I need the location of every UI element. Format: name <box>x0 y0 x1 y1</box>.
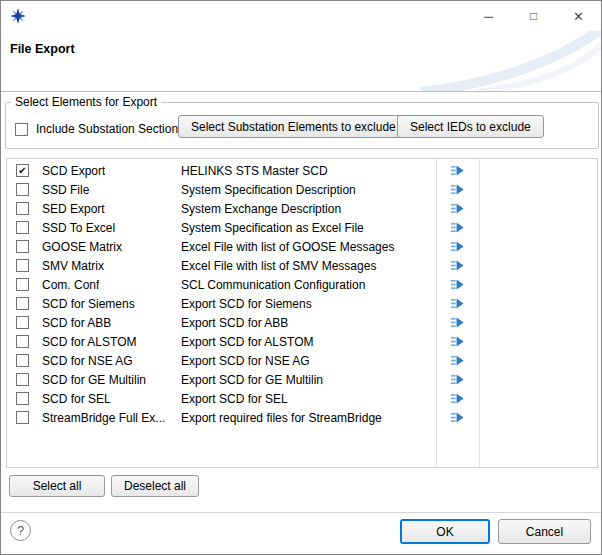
row-name-cell: SCD for NSE AG <box>7 354 177 368</box>
row-name: StreamBridge Full Ex... <box>42 411 165 425</box>
row-icon-cell <box>436 411 479 424</box>
row-icon-cell <box>436 316 479 329</box>
export-icon[interactable] <box>450 392 465 405</box>
row-checkbox[interactable] <box>16 392 29 405</box>
row-checkbox[interactable] <box>16 259 29 272</box>
row-description: Export SCD for ABB <box>177 316 436 330</box>
table-row[interactable]: SCD for NSE AG Export SCD for NSE AG <box>7 351 597 370</box>
table-row[interactable]: SED Export System Exchange Description <box>7 199 597 218</box>
export-icon[interactable] <box>450 183 465 196</box>
row-name: SCD for GE Multilin <box>42 373 146 387</box>
export-icon[interactable] <box>450 335 465 348</box>
row-name-cell: SSD To Excel <box>7 221 177 235</box>
export-icon[interactable] <box>450 373 465 386</box>
banner: File Export <box>1 31 601 92</box>
select-ieds-button[interactable]: Select IEDs to exclude <box>397 115 544 138</box>
row-checkbox[interactable] <box>16 354 29 367</box>
export-icon[interactable] <box>450 278 465 291</box>
row-description: Excel File with list of SMV Messages <box>177 259 436 273</box>
row-icon-cell <box>436 373 479 386</box>
row-icon-cell <box>436 259 479 272</box>
group-box-label: Select Elements for Export <box>11 95 161 109</box>
table-row[interactable]: SSD File System Specification Descriptio… <box>7 180 597 199</box>
row-name: SCD Export <box>42 164 105 178</box>
row-icon-cell <box>436 297 479 310</box>
table-row[interactable]: SSD To Excel System Specification as Exc… <box>7 218 597 237</box>
row-name-cell: SMV Matrix <box>7 259 177 273</box>
row-name-cell: SCD for SEL <box>7 392 177 406</box>
table-row[interactable]: SCD for ABB Export SCD for ABB <box>7 313 597 332</box>
row-name-cell: SCD for GE Multilin <box>7 373 177 387</box>
title-bar[interactable]: ─ □ ✕ <box>1 1 601 31</box>
select-all-button[interactable]: Select all <box>9 475 105 497</box>
row-description: System Specification Description <box>177 183 436 197</box>
include-substation-checkbox[interactable] <box>15 123 28 136</box>
table-row[interactable]: SCD for Siemens Export SCD for Siemens <box>7 294 597 313</box>
row-name-cell: Com. Conf <box>7 278 177 292</box>
export-icon[interactable] <box>450 221 465 234</box>
row-icon-cell <box>436 278 479 291</box>
row-description: Export SCD for Siemens <box>177 297 436 311</box>
page-title: File Export <box>10 42 75 56</box>
table-row[interactable]: SMV Matrix Excel File with list of SMV M… <box>7 256 597 275</box>
export-icon[interactable] <box>450 240 465 253</box>
deselect-all-button[interactable]: Deselect all <box>111 475 199 497</box>
table-row[interactable]: ✔ SCD Export HELINKS STS Master SCD <box>7 161 597 180</box>
export-icon[interactable] <box>450 354 465 367</box>
export-table-body: ✔ SCD Export HELINKS STS Master SCD SSD … <box>7 161 597 427</box>
row-checkbox[interactable] <box>16 221 29 234</box>
row-description: Export required files for StreamBridge <box>177 411 436 425</box>
close-button[interactable]: ✕ <box>556 1 601 31</box>
maximize-button[interactable]: □ <box>511 1 556 31</box>
table-row[interactable]: SCD for ALSTOM Export SCD for ALSTOM <box>7 332 597 351</box>
row-name-cell: StreamBridge Full Ex... <box>7 411 177 425</box>
cancel-button[interactable]: Cancel <box>498 519 591 544</box>
row-icon-cell <box>436 183 479 196</box>
row-icon-cell <box>436 335 479 348</box>
row-checkbox[interactable] <box>16 411 29 424</box>
export-icon[interactable] <box>450 202 465 215</box>
export-icon[interactable] <box>450 164 465 177</box>
table-row[interactable]: GOOSE Matrix Excel File with list of GOO… <box>7 237 597 256</box>
row-icon-cell <box>436 354 479 367</box>
row-checkbox[interactable] <box>16 202 29 215</box>
table-row[interactable]: Com. Conf SCL Communication Configuratio… <box>7 275 597 294</box>
group-box-select-elements: Select Elements for Export Include Subst… <box>5 102 599 149</box>
table-row[interactable]: SCD for SEL Export SCD for SEL <box>7 389 597 408</box>
row-name: SCD for Siemens <box>42 297 135 311</box>
export-icon[interactable] <box>450 411 465 424</box>
export-icon[interactable] <box>450 259 465 272</box>
row-icon-cell <box>436 164 479 177</box>
row-checkbox[interactable] <box>16 240 29 253</box>
row-name-cell: GOOSE Matrix <box>7 240 177 254</box>
row-checkbox[interactable] <box>16 373 29 386</box>
row-name: SED Export <box>42 202 105 216</box>
row-checkbox[interactable]: ✔ <box>16 164 29 177</box>
banner-swoosh-decoration <box>381 31 601 92</box>
row-description: SCL Communication Configuration <box>177 278 436 292</box>
table-row[interactable]: StreamBridge Full Ex... Export required … <box>7 408 597 427</box>
row-name: GOOSE Matrix <box>42 240 122 254</box>
export-table: ✔ SCD Export HELINKS STS Master SCD SSD … <box>6 158 598 468</box>
row-description: HELINKS STS Master SCD <box>177 164 436 178</box>
minimize-button[interactable]: ─ <box>466 1 511 31</box>
window-controls: ─ □ ✕ <box>466 1 601 31</box>
row-icon-cell <box>436 240 479 253</box>
row-name-cell: SCD for ABB <box>7 316 177 330</box>
row-description: System Exchange Description <box>177 202 436 216</box>
file-export-dialog: ─ □ ✕ File Export Select Elements for Ex… <box>0 0 602 555</box>
row-checkbox[interactable] <box>16 183 29 196</box>
row-checkbox[interactable] <box>16 297 29 310</box>
row-checkbox[interactable] <box>16 316 29 329</box>
row-description: Export SCD for ALSTOM <box>177 335 436 349</box>
row-checkbox[interactable] <box>16 335 29 348</box>
row-checkbox[interactable] <box>16 278 29 291</box>
export-icon[interactable] <box>450 316 465 329</box>
select-substation-elements-button[interactable]: Select Substation Elements to exclude <box>178 115 409 138</box>
ok-button[interactable]: OK <box>400 519 490 544</box>
export-icon[interactable] <box>450 297 465 310</box>
row-name-cell: SCD for Siemens <box>7 297 177 311</box>
help-button[interactable]: ? <box>10 520 31 541</box>
table-row[interactable]: SCD for GE Multilin Export SCD for GE Mu… <box>7 370 597 389</box>
row-description: Export SCD for SEL <box>177 392 436 406</box>
